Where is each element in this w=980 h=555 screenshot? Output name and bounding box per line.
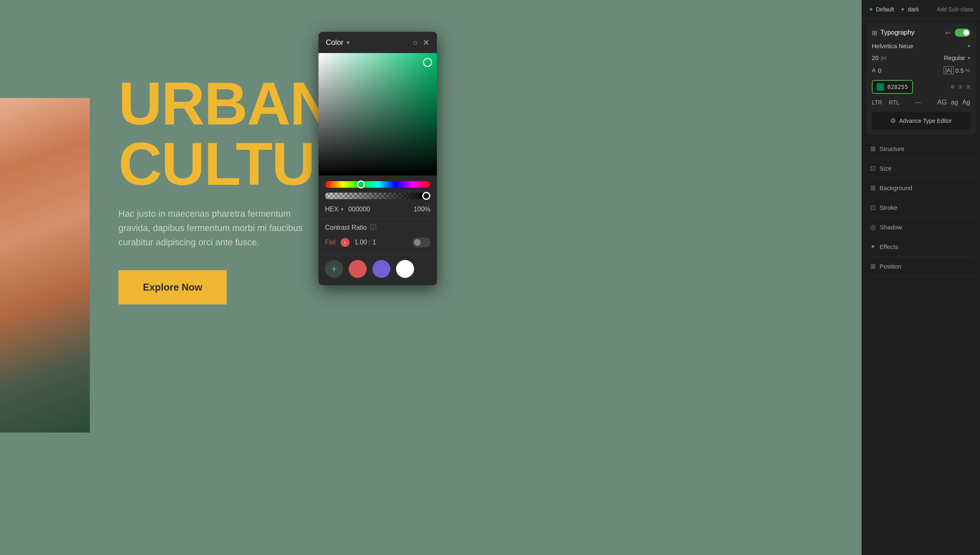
font-weight-value[interactable]: Regular <box>944 54 965 61</box>
sidebar-item-effects[interactable]: ✦ Effects <box>866 237 976 257</box>
swatch-white[interactable] <box>396 260 414 278</box>
tracking-value[interactable]: 0 <box>878 67 881 74</box>
sidebar-item-background[interactable]: ⊞ Background <box>866 178 976 198</box>
advance-type-label: Advance Type Editor <box>899 118 952 124</box>
text-transform-row: LTR RTL — AG ag Ag <box>872 99 970 106</box>
color-panel-chevron-icon[interactable]: ▾ <box>347 39 350 46</box>
color-hex-input[interactable]: 028255 <box>872 80 913 94</box>
sidebar-item-size[interactable]: ⊡ Size <box>866 159 976 178</box>
class-bar: ✦ Default ✦ dark Add Sub-class <box>862 0 980 19</box>
contrast-title: Contrast Ratio <box>325 224 367 231</box>
typography-back-icon[interactable]: ↩ <box>945 29 951 37</box>
class-default-icon: ✦ <box>869 6 873 13</box>
size-label: Size <box>880 165 891 172</box>
typography-panel: ⊞ Typography ↩ Helvetica Neue ▾ 20 px Re… <box>866 23 976 135</box>
sidebar-item-stroke[interactable]: ⊡ Stroke <box>866 198 976 218</box>
structure-label: Structure <box>880 145 904 152</box>
align-left-icon[interactable]: ≡ <box>951 83 954 91</box>
color-hex-text-value[interactable]: 028255 <box>887 84 908 90</box>
hex-label: HEX <box>325 206 339 213</box>
contrast-ratio-value: 1.00 : 1 <box>354 239 408 246</box>
color-panel: Color ▾ ○ ✕ HEX ▾ 000000 100% Contrast R… <box>318 32 437 285</box>
font-size-unit: px <box>881 55 887 61</box>
portrait-face <box>0 98 90 433</box>
add-swatch-button[interactable]: + <box>325 260 343 278</box>
typography-header: ⊞ Typography ↩ <box>872 29 970 37</box>
text-case-title[interactable]: Ag <box>962 99 970 106</box>
color-gradient-canvas[interactable] <box>318 53 437 175</box>
dash-separator-icon: — <box>915 99 922 106</box>
typography-panel-title: Typography <box>880 29 915 36</box>
sidebar-item-structure[interactable]: ⊞ Structure <box>866 139 976 159</box>
hex-chevron-icon[interactable]: ▾ <box>341 206 343 212</box>
tracking-icon: A <box>872 67 875 73</box>
font-family-chevron-icon[interactable]: ▾ <box>968 43 970 49</box>
sidebar-item-shadow[interactable]: ◎ Shadow <box>866 218 976 237</box>
effects-label: Effects <box>880 243 898 250</box>
shadow-icon: ◎ <box>870 223 876 231</box>
stroke-label: Stroke <box>880 204 897 211</box>
line-height-icon: |A| <box>944 66 954 74</box>
hex-row: HEX ▾ 000000 100% <box>318 202 437 219</box>
contrast-section: Contrast Ratio ⓘ Fail › 1.00 : 1 <box>318 219 437 254</box>
color-panel-header: Color ▾ ○ ✕ <box>318 32 437 53</box>
swatch-red[interactable] <box>349 260 367 278</box>
add-subclass-button[interactable]: Add Sub-class <box>937 6 973 13</box>
contrast-fail-label: Fail <box>325 239 336 246</box>
contrast-header: Contrast Ratio ⓘ <box>325 223 430 232</box>
direction-rtl[interactable]: RTL <box>889 99 899 106</box>
hex-label-group: HEX ▾ <box>325 206 343 213</box>
font-size-group: 20 px <box>872 54 886 61</box>
swatch-purple[interactable] <box>372 260 390 278</box>
text-case-lower[interactable]: ag <box>951 99 958 106</box>
text-case-group: AG ag Ag <box>938 99 971 106</box>
typography-actions: ↩ <box>945 29 970 37</box>
alpha-slider[interactable] <box>325 193 430 199</box>
position-label: Position <box>880 263 901 270</box>
tracking-row: A 0 |A| 0.5 % <box>872 66 970 74</box>
font-family-row: Helvetica Neue ▾ <box>872 42 970 49</box>
background-label: Background <box>880 184 912 191</box>
font-size-row: 20 px Regular ▾ <box>872 54 970 61</box>
font-weight-chevron-icon[interactable]: ▾ <box>968 55 970 61</box>
advance-type-icon: ⚙ <box>890 117 896 124</box>
hue-slider[interactable] <box>325 181 430 188</box>
right-panel: ✦ Default ✦ dark Add Sub-class ⊞ Typogra… <box>862 0 980 555</box>
tracking-group: A 0 <box>872 67 882 74</box>
color-panel-circle-icon[interactable]: ○ <box>413 38 418 47</box>
align-center-icon[interactable]: ≡ <box>958 83 962 91</box>
class-default[interactable]: ✦ Default <box>869 6 894 13</box>
contrast-info-icon[interactable]: ⓘ <box>370 223 376 232</box>
sidebar-item-position[interactable]: ⊞ Position <box>866 257 976 276</box>
hue-slider-handle[interactable] <box>357 180 365 189</box>
color-panel-actions: ○ ✕ <box>413 38 430 47</box>
position-icon: ⊞ <box>870 262 875 270</box>
class-dark-icon: ✦ <box>900 6 905 13</box>
gradient-picker-handle[interactable] <box>423 58 432 67</box>
explore-now-button[interactable]: Explore Now <box>118 270 227 304</box>
line-height-unit: % <box>965 67 970 73</box>
direction-group: LTR RTL <box>872 99 900 106</box>
line-height-value[interactable]: 0.5 <box>956 67 964 74</box>
hue-slider-container <box>318 175 437 202</box>
class-dark[interactable]: ✦ dark <box>900 6 919 13</box>
direction-ltr[interactable]: LTR <box>872 99 882 106</box>
typography-toggle[interactable] <box>955 29 970 37</box>
alpha-slider-handle[interactable] <box>422 192 430 200</box>
align-right-icon[interactable]: ≡ <box>967 83 970 91</box>
hero-image <box>0 98 90 433</box>
effects-icon: ✦ <box>870 243 875 251</box>
color-panel-title: Color <box>326 38 343 47</box>
font-size-value[interactable]: 20 <box>872 54 879 61</box>
font-family-value[interactable]: Helvetica Neue <box>872 42 913 49</box>
size-icon: ⊡ <box>870 164 875 172</box>
hex-value[interactable]: 000000 <box>348 206 409 213</box>
text-case-upper[interactable]: AG <box>938 99 947 106</box>
hex-alpha-value[interactable]: 100% <box>414 206 430 213</box>
typography-icon: ⊞ <box>872 29 877 37</box>
font-weight-group: Regular ▾ <box>944 54 970 61</box>
advance-type-editor-button[interactable]: ⚙ Advance Type Editor <box>872 112 970 129</box>
color-panel-close-icon[interactable]: ✕ <box>423 38 430 47</box>
contrast-toggle[interactable] <box>412 238 430 247</box>
typography-title-group: ⊞ Typography <box>872 29 915 37</box>
